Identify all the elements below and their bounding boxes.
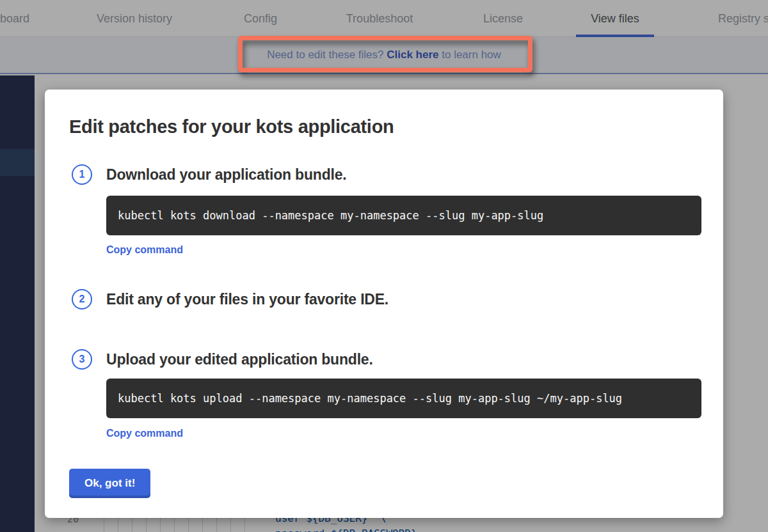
- step-3-number-badge: 3: [72, 349, 92, 370]
- step-3-heading: Upload your edited application bundle.: [106, 349, 373, 370]
- step-2-heading: Edit any of your files in your favorite …: [106, 289, 388, 309]
- step-1-heading: Download your application bundle.: [106, 164, 346, 185]
- modal-title: Edit patches for your kots application: [69, 116, 394, 137]
- upload-command-code-block: kubectl kots upload --namespace my-names…: [106, 379, 701, 418]
- copy-upload-command-link[interactable]: Copy command: [106, 428, 183, 439]
- step-2-number-badge: 2: [72, 289, 92, 309]
- step-1-number-badge: 1: [72, 164, 92, 185]
- ok-got-it-button[interactable]: Ok, got it!: [69, 469, 150, 498]
- copy-download-command-link[interactable]: Copy command: [106, 244, 183, 256]
- edit-patches-modal: Edit patches for your kots application 1…: [45, 90, 723, 518]
- download-command-code-block: kubectl kots download --namespace my-nam…: [106, 196, 701, 235]
